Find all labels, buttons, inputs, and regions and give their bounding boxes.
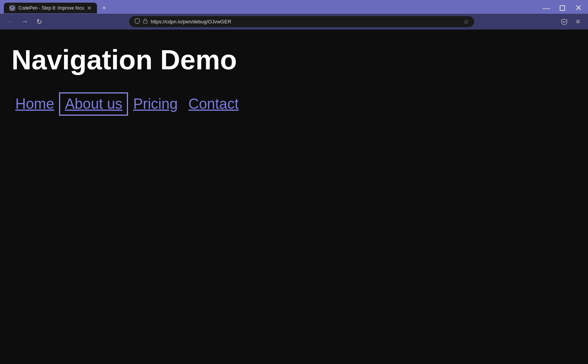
navigation: HomeAbout usPricingContact [11,94,577,114]
page-content: Navigation Demo HomeAbout usPricingConta… [0,30,588,364]
tab-close-button[interactable]: ✕ [87,5,92,11]
shield-icon [135,18,140,25]
back-button[interactable]: ← [5,16,15,27]
tab-favicon [9,5,15,11]
bookmark-icon[interactable]: ☆ [463,18,469,25]
nav-link-about-us[interactable]: About us [61,94,126,114]
address-bar[interactable]: https://cdpn.io/pen/debug/OJvwGER ☆ [129,16,474,27]
new-tab-button[interactable]: + [99,3,109,13]
pocket-icon[interactable] [559,16,570,27]
tab-bar: CodePen - Step 8: Improve focu ✕ + — ✕ [0,0,588,14]
nav-link-home[interactable]: Home [11,94,58,114]
browser-chrome: CodePen - Step 8: Improve focu ✕ + — ✕ ←… [0,0,588,30]
minimize-button[interactable]: — [540,2,552,14]
tab-title: CodePen - Step 8: Improve focu [18,5,84,11]
menu-icon[interactable]: ≡ [573,16,583,27]
close-button[interactable]: ✕ [573,2,584,14]
address-bar-row: ← → ↻ https://cdpn.io/pen/debug/OJvwGER … [0,14,588,30]
window-controls: — ✕ [540,2,584,14]
toolbar-right: ≡ [559,16,583,27]
nav-link-pricing[interactable]: Pricing [129,94,181,114]
tab-left: CodePen - Step 8: Improve focu ✕ + [4,3,109,13]
page-title: Navigation Demo [11,45,577,75]
lock-icon [143,18,148,25]
refresh-button[interactable]: ↻ [34,16,44,27]
svg-rect-1 [143,21,147,23]
forward-button[interactable]: → [19,16,30,27]
maximize-button[interactable] [557,2,568,14]
nav-link-contact[interactable]: Contact [185,94,243,114]
url-text: https://cdpn.io/pen/debug/OJvwGER [151,19,460,25]
active-tab[interactable]: CodePen - Step 8: Improve focu ✕ [4,3,97,13]
